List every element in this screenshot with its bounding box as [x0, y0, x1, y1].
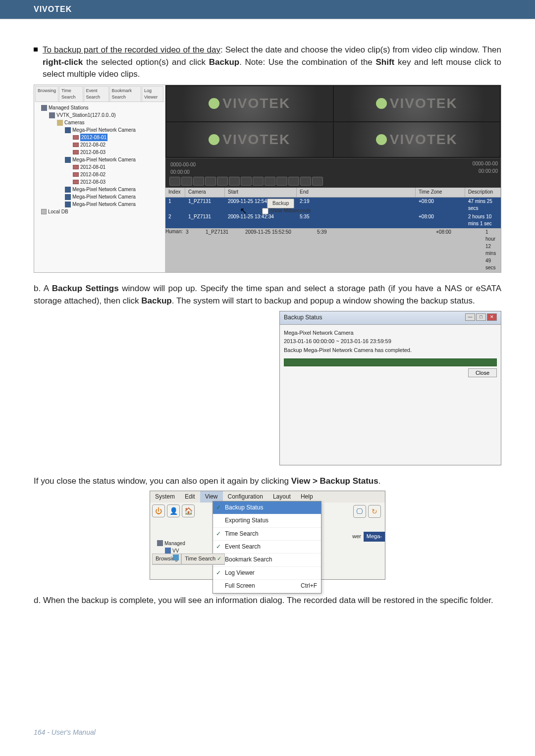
tree-managed[interactable]: Managed [157, 540, 185, 547]
skip-end-icon[interactable] [265, 177, 275, 186]
col-end: End [297, 188, 416, 197]
window-titlebar[interactable]: Backup Status — □ ✕ [280, 311, 501, 324]
window-controls: — □ ✕ [465, 313, 497, 322]
camera-icon [65, 202, 71, 207]
tab-event-search[interactable]: Event Search [84, 86, 109, 101]
timeline-bar[interactable]: 0000-00-00 00:00:00 0000-00-00 00:00:00 [165, 158, 501, 188]
tree-date-2[interactable]: 2012-08-02 [37, 141, 162, 149]
folder-icon [57, 120, 63, 126]
dd-backup-status[interactable]: ✓Backup Status [213, 502, 321, 514]
dd-full-screen[interactable]: Full ScreenCtrl+F [213, 580, 321, 593]
toolbar-right: 🖵 ↻ [353, 505, 381, 518]
pause-icon[interactable] [229, 177, 240, 186]
vivotek-placeholder-icon: VIVOTEK [209, 130, 290, 150]
tab-browsing[interactable]: Browsing [35, 86, 58, 101]
menu-edit[interactable]: Edit [180, 491, 200, 503]
tree-date-b3[interactable]: 2012-08-03 [37, 178, 162, 186]
tree-local-db[interactable]: Local DB [37, 208, 162, 215]
intro-bullet: To backup part of the recorded video of … [34, 44, 501, 81]
dd-bookmark-search[interactable]: ✓Bookmark Search [213, 554, 321, 566]
prev-next-icon[interactable] [193, 177, 204, 186]
mega-badge: Mega- [364, 532, 385, 542]
station-icon [165, 548, 171, 554]
child-icon [173, 554, 179, 560]
tree-date-b2[interactable]: 2012-08-02 [37, 171, 162, 178]
skip-back-icon[interactable] [205, 177, 216, 186]
show-ms-checkbox[interactable]: Show Milliseconds [262, 207, 311, 215]
tree-root[interactable]: Managed Stations [37, 104, 162, 111]
playback-screenshot: Browsing Time Search Event Search Bookma… [34, 85, 501, 273]
wer-label: wer [352, 533, 361, 541]
dd-time-search[interactable]: ✓Time Search [213, 528, 321, 541]
tree-child[interactable] [157, 554, 185, 560]
speed-down-icon[interactable] [169, 177, 180, 186]
refresh-icon[interactable]: ↻ [368, 505, 381, 518]
brand-label: VIVOTEK [34, 5, 72, 13]
playback-controls [169, 177, 323, 186]
intro-lead: To backup part of the recorded video of … [43, 45, 220, 54]
check-icon: ✓ [216, 543, 221, 551]
local-db-icon [41, 209, 47, 214]
table-row[interactable]: 2 1_PZ7131 2009-11-25 13:42:34 5:35 +08:… [165, 213, 501, 228]
minimize-icon[interactable]: — [465, 313, 475, 321]
progress-bar [284, 358, 497, 366]
tree-cameras[interactable]: Cameras [37, 119, 162, 126]
monitor-icon[interactable]: 🖵 [353, 505, 366, 518]
tab-time-search[interactable]: Time Search [59, 86, 83, 101]
time-end-label: 0000-00-00 00:00:00 [473, 160, 498, 175]
tree-camera-4[interactable]: Mega-Pixel Network Camera [37, 193, 162, 201]
tree-camera-2[interactable]: Mega-Pixel Network Camera [37, 156, 162, 163]
paragraph-b: b. A Backup Settings window will pop up.… [34, 283, 501, 307]
small-tab-time-search[interactable]: Time Search ✓ [181, 554, 225, 564]
tree-date-3[interactable]: 2012-08-03 [37, 149, 162, 156]
dd-exporting-status[interactable]: Exporting Status [213, 514, 321, 527]
cursor-icon: ↖ [240, 204, 247, 217]
dd-event-search[interactable]: ✓Event Search [213, 541, 321, 554]
speed-up-icon[interactable] [181, 177, 192, 186]
server-icon [157, 540, 163, 546]
power-icon[interactable]: ⏻ [152, 504, 165, 517]
stop-icon[interactable] [253, 177, 264, 186]
tab-bookmark-search[interactable]: Bookmark Search [109, 86, 141, 101]
play-icon[interactable] [241, 177, 252, 186]
home-icon[interactable]: 🏠 [182, 504, 195, 517]
bullet-icon [34, 48, 38, 51]
tree-station[interactable]: VVTK_Station1(127.0.0..0) [37, 111, 162, 119]
tree-vv[interactable]: VV [157, 547, 185, 554]
view-dropdown: ✓Backup Status Exporting Status ✓Time Se… [213, 501, 321, 594]
forward-icon[interactable] [312, 177, 323, 186]
skip-start-icon[interactable] [217, 177, 228, 186]
col-tz: Time Zone [416, 188, 465, 197]
login-icon[interactable]: 👤 [167, 504, 180, 517]
video-grid: VIVOTEK VIVOTEK VIVOTEK VIVOTEK [165, 85, 501, 158]
paragraph-c: If you close the status window, you can … [34, 475, 501, 488]
maximize-icon[interactable]: □ [476, 313, 486, 321]
tree-camera-5[interactable]: Mega-Pixel Network Camera [37, 201, 162, 208]
close-button[interactable]: Close [468, 368, 497, 377]
tree-date-b1[interactable]: 2012-08-01 [37, 163, 162, 171]
video-cell-4[interactable]: VIVOTEK [334, 122, 500, 157]
skip-forward-icon[interactable] [276, 177, 287, 186]
repeat-icon[interactable] [288, 177, 299, 186]
tree-camera-1[interactable]: Mega-Pixel Network Camera [37, 126, 162, 134]
tab-log-viewer[interactable]: Log Viewer [142, 86, 163, 101]
col-index: Index [165, 188, 185, 197]
close-icon[interactable]: ✕ [487, 313, 497, 321]
video-cell-3[interactable]: VIVOTEK [166, 122, 333, 157]
menu-system[interactable]: System [150, 491, 180, 503]
dd-log-viewer[interactable]: ✓Log Viewer [213, 567, 321, 580]
toolbar-left: ⏻ 👤 🏠 [152, 504, 195, 517]
table-row[interactable]: Human: 3 1_PZ7131 2009-11-25 15:52:50 5:… [165, 228, 501, 272]
date-icon [73, 150, 79, 154]
video-cell-2[interactable]: VIVOTEK [334, 86, 500, 121]
video-cell-1[interactable]: VIVOTEK [166, 86, 333, 121]
table-row[interactable]: 1 1_PZ7131 2009-11-25 12:54:54 2:19 +08:… [165, 198, 501, 213]
tree-date-selected[interactable]: 2012-08-01 [37, 134, 162, 141]
intro-text: To backup part of the recorded video of … [43, 44, 501, 81]
rewind-icon[interactable] [300, 177, 311, 186]
camera-icon [65, 157, 71, 163]
paragraph-d: d. When the backup is complete, you will… [34, 595, 501, 607]
camera-icon [65, 127, 71, 133]
vivotek-placeholder-icon: VIVOTEK [209, 94, 290, 114]
tree-camera-3[interactable]: Mega-Pixel Network Camera [37, 186, 162, 193]
